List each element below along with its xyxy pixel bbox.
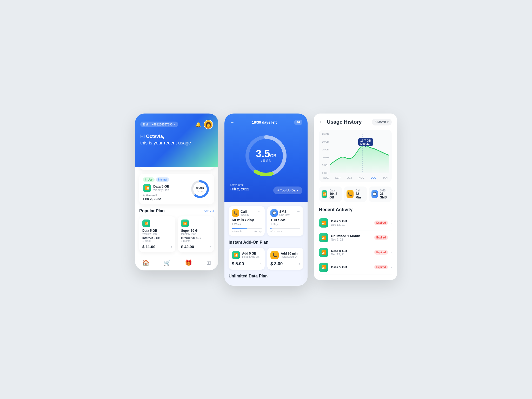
mini-plan-2-price: $ 42.00 [181,244,194,249]
mini-plan-2-period: 1 Month [181,240,211,242]
addon-1-sub: Instant Add-On [242,255,260,258]
screen2: ← 18/30 days left 5G 3.5GB / 5 GB [224,114,308,286]
days-total: 30 [257,120,261,124]
stat-data-icon: 📶 [322,190,327,198]
y-0: 0 GB [322,172,329,174]
topup-data-button[interactable]: + Top Up Data [273,187,302,194]
stat-sms-label: SMS [380,189,389,192]
addon-1-name: Add 5 GB [242,252,260,255]
mini-plan-2[interactable]: 📶 Super 30 G Monthly Plan Internet 30 GB… [178,216,214,252]
addon-2-icon-row: 📞 Add 30 min Instant Add-On [270,251,300,259]
tooltip-date: Dec 21 [360,142,371,145]
addon-5gb-card[interactable]: 📶 Add 5 GB Instant Add-On $ 5.00 › [229,248,265,270]
esim-badge[interactable]: E-sim +481234567890 ▾ [140,122,178,127]
grid-icon[interactable]: ⊞ [206,260,211,266]
screen3: ← Usage History 6 Month ▾ 25 GB 20 GB 15… [314,114,397,280]
sms-more-icon[interactable]: ··· [297,209,300,214]
mini-plan-1-icon: 📶 [142,220,150,227]
plan-name: Data 5 GB [153,184,169,188]
back-icon-s2[interactable]: ← [230,120,234,125]
usage-donut: 3.5GB / 5 GB [190,179,210,200]
stat-data-card: 📶 Data 164.2 GB [319,187,342,202]
recent-title: Recent Activity [319,207,392,212]
gift-icon[interactable]: 🎁 [185,260,192,266]
mini-plan-1-period: 1 Week [142,240,172,242]
month-nov[interactable]: NOV [359,176,364,179]
y-axis-labels: 25 GB 20 GB 15 GB 10 GB 5 GB 0 GB [322,133,329,174]
activity-item-2[interactable]: 📶 Unlimited 1 Month Nov 2, 21 Expired › [319,230,392,245]
sms-title-info: SMS One Day [279,210,289,216]
sms-progress-bg [270,228,300,229]
mini-plan-1-price-row: $ 11.00 › [142,244,172,249]
addon-1-price: $ 5.00 [232,261,244,267]
activity-date-3: Dec 12, 21 [331,253,372,256]
y-10: 10 GB [322,156,329,159]
stat-data-value: 164.2 GB [329,192,339,199]
stat-call-icon: 📞 [347,190,354,198]
stat-sms-icon: 💬 [371,190,378,198]
month-dec[interactable]: DEC [371,176,376,179]
chart-area: 25 GB 20 GB 15 GB 10 GB 5 GB 0 GB [322,133,389,174]
big-donut-container: 3.5GB / 5 GB [230,127,302,183]
back-button-s3[interactable]: ← [319,119,324,125]
plan-cards-row: 📶 Data 5 GB Weekly Plan Internet 5 GB 1 … [139,216,214,252]
phone-number: +481234567890 [152,123,172,126]
bell-icon[interactable]: 🔔 [195,122,201,127]
call-title-info: Call Weekly [241,210,249,216]
home-icon[interactable]: 🏠 [142,260,149,266]
active-date: Feb 2, 2022 [143,197,190,201]
mini-plan-1-price: $ 11.00 [142,244,155,249]
activity-item-1[interactable]: 📶 Data 5 GB Dec 12, 21 Expired › [319,216,392,230]
sms-value: 100 SMS [270,218,300,222]
big-donut-center: 3.5GB / 5 GB [256,148,276,162]
sms-card-name: SMS [279,210,289,214]
month-oct[interactable]: OCT [347,176,352,179]
popular-plan-title: Popular Plan [139,209,165,213]
month-jan[interactable]: JAN [383,176,388,179]
addon-1-icon-row: 📶 Add 5 GB Instant Add-On [232,251,262,259]
call-title-row: 📞 Call Weekly [232,209,249,217]
addon-30min-card[interactable]: 📞 Add 30 min Instant Add-On $ 3.00 › [267,248,303,270]
stat-call-info: Call 32 Min [356,189,364,199]
mini-plan-2-name: Super 30 G [181,229,211,232]
stat-call-value: 32 Min [356,192,364,199]
avatar: 👩 [204,120,213,129]
s3-title: Usage History [327,119,369,125]
stat-data-label: Data [329,189,339,192]
popular-plan-header: Popular Plan See All [139,209,214,213]
bottom-nav: 🏠 🛒 🎁 ⊞ [135,256,218,270]
mini-plan-2-icon: 📶 [181,220,189,227]
activity-item-4[interactable]: 📶 Data 5 GB Expired › [319,260,392,275]
addon-cards-row: 📶 Add 5 GB Instant Add-On $ 5.00 › 📞 [229,248,303,270]
stat-sms-info: SMS 21 SMS [380,189,389,199]
chevron-right-icon-2: › [210,244,211,249]
active-date-s2: Feb 2, 2022 [230,187,249,191]
plan-info: Data 5 GB Weekly Plan [153,184,169,191]
activity-chevron-4: › [390,265,392,269]
chart-tooltip: 13.7 GB Dec 21 [358,138,373,146]
mini-plan-1-type: Weekly Plan [142,232,172,235]
stat-data-info: Data 164.2 GB [329,189,339,199]
s3-header: ← Usage History 6 Month ▾ [319,119,392,125]
instant-addon-title: Instant Add-On Plan [229,240,303,245]
call-usage-card: 📞 Call Weekly ··· 60 min / day 1 Week [229,206,265,236]
period-button[interactable]: 6 Month ▾ [372,119,392,125]
data-icon: 📶 [143,184,151,192]
see-all-link[interactable]: See All [204,209,214,213]
big-gb-value: 3.5GB [256,148,276,158]
mini-plan-1-detail: Internet 5 GB [142,236,172,240]
mini-plan-1[interactable]: 📶 Data 5 GB Weekly Plan Internet 5 GB 1 … [139,216,175,252]
network-badge: 5G [294,120,302,125]
sms-usage-card: 💬 SMS One Day ··· 100 SMS 1 Day [267,206,303,236]
call-card-period: Weekly [241,214,249,216]
chevron-down-icon: ▾ [387,120,389,124]
period-label: 6 Month [375,120,386,124]
expired-badge-3: Expired [374,250,388,255]
cart-icon[interactable]: 🛒 [164,260,171,266]
activity-icon-2: 📶 [319,233,328,242]
activity-item-3[interactable]: 📶 Data 5 GB Dec 12, 21 Expired › [319,245,392,260]
call-more-icon[interactable]: ··· [258,209,262,214]
month-aug[interactable]: AUG [323,176,329,179]
month-sep[interactable]: SEP [335,176,340,179]
mini-plan-2-detail: Internet 30 GB [181,236,211,240]
